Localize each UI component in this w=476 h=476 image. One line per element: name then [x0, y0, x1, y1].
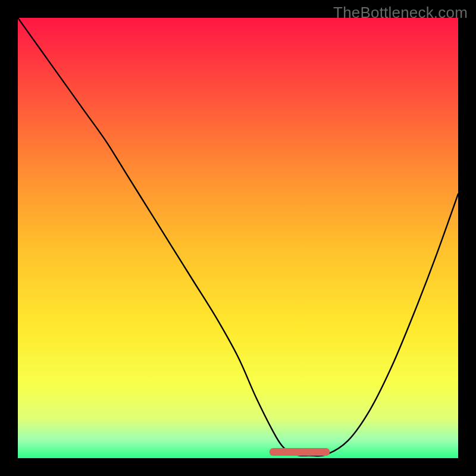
gradient-background: [18, 18, 458, 458]
plot-area: [18, 18, 458, 458]
chart-frame: TheBottleneck.com: [0, 0, 476, 476]
watermark-text: TheBottleneck.com: [333, 4, 468, 22]
bottleneck-curve-chart: [18, 18, 458, 458]
